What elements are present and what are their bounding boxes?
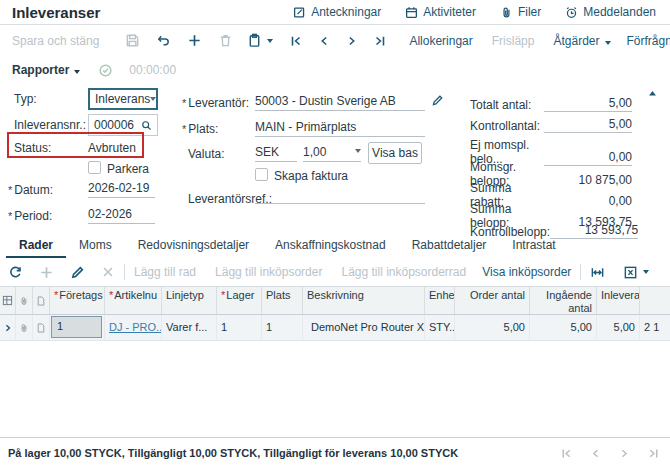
grid-settings-icon[interactable] [0, 287, 16, 314]
forfragningar-button[interactable]: Förfrågningar [627, 34, 670, 48]
column-header-order-antal[interactable]: Order antal [455, 287, 530, 314]
grid-add-icon[interactable] [39, 265, 54, 280]
anteckningar-button[interactable]: Anteckningar [293, 5, 381, 19]
plats-input[interactable]: MAIN - Primärplats [255, 120, 425, 137]
last-record-icon[interactable] [373, 34, 387, 48]
tab-anskaffningskostnad[interactable]: Anskaffningskostnad [262, 236, 399, 258]
column-header-beskrivning[interactable]: Beskrivning [303, 287, 425, 314]
add-icon[interactable] [187, 33, 202, 48]
filer-button[interactable]: Filer [500, 5, 541, 19]
save-icon[interactable] [125, 33, 140, 48]
cell-order-antal[interactable]: 5,00 [455, 315, 530, 340]
grid-pager [560, 447, 660, 460]
kontrollantal-label: Kontrollantal: [470, 119, 540, 133]
inleveransnr-input[interactable]: 000006 [88, 114, 158, 136]
main-toolbar: Spara och stäng Allokeringar Fr [0, 25, 670, 56]
pager-next-icon[interactable] [618, 447, 631, 460]
period-label: *Period: [8, 209, 52, 223]
pager-previous-icon[interactable] [589, 447, 602, 460]
selected-cell[interactable]: 1 [51, 316, 102, 338]
lagg-till-rad-button[interactable]: Lägg till rad [134, 265, 196, 279]
tab-intrastat[interactable]: Intrastat [499, 236, 568, 258]
valuta-label: Valuta: [188, 147, 224, 161]
valuta-rate-select[interactable]: 1,00 [303, 145, 361, 162]
next-record-icon[interactable] [345, 34, 359, 48]
export-excel-icon[interactable] [623, 265, 638, 280]
totalt-antal-value[interactable]: 5,00 [544, 96, 632, 112]
aktiviteter-button[interactable]: Aktiviteter [405, 5, 476, 19]
frislapp-button[interactable]: Frisläpp [492, 34, 535, 48]
visa-bas-button[interactable]: Visa bas [368, 142, 422, 164]
column-header-plats[interactable]: Plats [262, 287, 303, 314]
tab-rabattdetaljer[interactable]: Rabattdetaljer [399, 236, 500, 258]
alarm-icon [565, 6, 578, 19]
first-record-icon[interactable] [289, 34, 303, 48]
column-header-foretags[interactable]: *Företags [50, 287, 105, 314]
column-header-lager[interactable]: *Lager [217, 287, 262, 314]
copy-paste-caret-icon[interactable] [267, 39, 273, 43]
rapporter-caret-icon [74, 70, 80, 74]
rapporter-button[interactable]: Rapporter [12, 63, 80, 77]
skapa-faktura-checkbox[interactable] [255, 168, 268, 181]
tab-redovisningsdetaljer[interactable]: Redovisningsdetaljer [125, 236, 262, 258]
grid-delete-icon[interactable] [101, 265, 115, 279]
allokeringar-button[interactable]: Allokeringar [409, 34, 472, 48]
search-icon[interactable] [140, 119, 153, 132]
meddelanden-button[interactable]: Meddelanden [565, 5, 656, 19]
parkera-checkbox[interactable] [88, 161, 101, 174]
cell-foretags[interactable]: 1 [50, 315, 105, 340]
lagg-till-inkopsorder-button[interactable]: Lägg till inköpsorder [215, 265, 322, 279]
cell-partial[interactable]: 2 1 [640, 315, 670, 340]
tab-rader[interactable]: Rader [6, 236, 66, 258]
typ-select[interactable]: Inleverans [88, 88, 158, 110]
note-icon [293, 6, 306, 19]
fit-width-icon[interactable] [590, 265, 605, 280]
aktiviteter-label: Aktiviteter [423, 5, 476, 19]
refresh-icon[interactable] [8, 265, 23, 280]
atgarder-button[interactable]: Åtgärder [553, 34, 610, 48]
timer-value: 00:00:00 [129, 63, 176, 77]
tab-moms[interactable]: Moms [66, 236, 125, 258]
check-circle-icon[interactable] [98, 63, 113, 78]
column-header-inleverans[interactable]: Inleverans [597, 287, 640, 314]
cell-artikelnummer-link[interactable]: DJ - PRO... [105, 315, 162, 340]
column-header-enhet[interactable]: Enhet [425, 287, 455, 314]
inleveransnr-label: Inleveransnr.: [14, 118, 86, 132]
copy-paste-icon[interactable] [247, 33, 262, 48]
cell-linjetyp[interactable]: Varer f... [162, 315, 217, 340]
visa-inkopsorder-button[interactable]: Visa inköpsorder [482, 265, 571, 279]
cell-inleverans[interactable]: 5,00 [597, 315, 640, 340]
undo-icon[interactable] [156, 33, 171, 48]
cell-enhet[interactable]: STY... [425, 315, 455, 340]
column-header-partial[interactable] [640, 287, 670, 314]
table-row[interactable]: 1 DJ - PRO... Varer f... 1 1 DemoNet Pro… [0, 315, 670, 341]
pager-first-icon[interactable] [560, 447, 573, 460]
leverantor-input[interactable]: 50003 - Dustin Sverige AB [255, 94, 425, 111]
rapporter-label: Rapporter [12, 63, 69, 77]
kontrollantal-value[interactable]: 5,00 [544, 117, 632, 133]
delete-icon[interactable] [218, 33, 233, 48]
period-input[interactable]: 02-2026 [88, 207, 155, 224]
cell-beskrivning[interactable]: DemoNet Pro Router X300 [303, 315, 425, 340]
collapse-panel-icon[interactable] [647, 88, 658, 99]
row-note-icon[interactable] [33, 315, 50, 340]
pager-last-icon[interactable] [647, 447, 660, 460]
cell-lager[interactable]: 1 [217, 315, 262, 340]
anteckningar-label: Anteckningar [311, 5, 381, 19]
column-header-artikelnummer[interactable]: *Artikelnu [105, 287, 162, 314]
edit-pencil-icon[interactable] [431, 94, 444, 107]
previous-record-icon[interactable] [317, 34, 331, 48]
cell-plats[interactable]: 1 [262, 315, 303, 340]
export-caret-icon[interactable] [643, 270, 649, 274]
grid-edit-icon[interactable] [70, 265, 85, 280]
lagg-till-inkopsorderrad-button[interactable]: Lägg till inköpsorderrad [341, 265, 466, 279]
total-row: Kontrollantal: 5,00 [470, 117, 632, 133]
cell-ingaende-antal[interactable]: 5,00 [530, 315, 597, 340]
save-and-close-button[interactable]: Spara och stäng [12, 34, 99, 48]
column-header-linjetyp[interactable]: Linjetyp [162, 287, 217, 314]
column-header-ingaende-antal[interactable]: Ingående antal [530, 287, 597, 314]
valuta-currency-input[interactable]: SEK [255, 145, 297, 162]
datum-input[interactable]: 2026-02-19 [88, 181, 155, 198]
leverantorsref-input[interactable] [255, 188, 425, 204]
row-attachment-icon[interactable] [16, 315, 33, 340]
